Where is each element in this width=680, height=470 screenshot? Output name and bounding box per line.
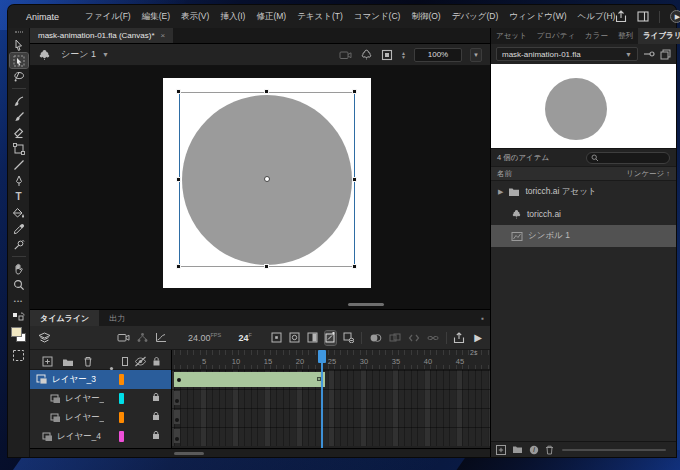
menu-debug[interactable]: デバッグ(D): [452, 11, 499, 23]
menu-commands[interactable]: コマンド(C): [354, 11, 401, 23]
zoom-spinner[interactable]: ▲▼: [401, 51, 406, 59]
center-frame-button[interactable]: [271, 331, 282, 345]
library-item-symbol[interactable]: シンボル 1: [491, 225, 676, 247]
camera-icon[interactable]: [339, 49, 352, 60]
transform-point[interactable]: [264, 176, 270, 182]
handle-top-right[interactable]: [352, 89, 357, 94]
paint-bucket-tool[interactable]: [10, 205, 28, 220]
menu-insert[interactable]: 挿入(I): [220, 11, 245, 23]
close-tab-icon[interactable]: ×: [161, 31, 166, 40]
asset-warp-tool[interactable]: [10, 237, 28, 252]
export-frame-icon[interactable]: [453, 332, 465, 344]
layers-stack-icon[interactable]: [38, 332, 51, 344]
menu-text[interactable]: テキスト(T): [297, 11, 343, 23]
text-tool[interactable]: T: [10, 189, 28, 204]
onion-outline-icon[interactable]: [389, 331, 401, 345]
color-wells[interactable]: [11, 327, 27, 343]
canvas[interactable]: [163, 78, 371, 288]
menu-modify[interactable]: 修正(M): [256, 11, 286, 23]
tab-color[interactable]: カラー: [580, 28, 613, 44]
camera-icon[interactable]: [117, 332, 130, 343]
outline-column-icon[interactable]: [121, 353, 129, 371]
playhead-line[interactable]: [321, 350, 323, 448]
layer-row[interactable]: レイヤー_: [30, 408, 171, 427]
library-hscrollbar[interactable]: [562, 449, 666, 451]
link-frames-icon[interactable]: [427, 331, 439, 345]
zoom-dropdown-chevron[interactable]: ▼: [470, 48, 482, 62]
onion-skin-button[interactable]: [307, 331, 318, 345]
workspace-icon[interactable]: [637, 11, 649, 22]
classic-brush-tool[interactable]: [10, 109, 28, 124]
anchor-markers-icon[interactable]: [408, 331, 420, 345]
library-search-input[interactable]: [602, 153, 665, 162]
frames-area[interactable]: 2s 5 10 15 20 25 30 35 40 45: [172, 350, 490, 448]
menu-edit[interactable]: 編集(E): [142, 11, 170, 23]
subselection-tool[interactable]: [10, 37, 28, 52]
tab-output[interactable]: 出力: [99, 310, 135, 326]
delete-layer-icon[interactable]: [83, 353, 93, 371]
expand-chevron-icon[interactable]: ▶: [498, 188, 503, 196]
stage[interactable]: [30, 66, 490, 309]
library-item-graphic[interactable]: toricch.ai: [491, 203, 676, 225]
menu-help[interactable]: ヘルプ(H): [578, 11, 616, 23]
swap-colors-icon[interactable]: [10, 309, 28, 324]
layer-color-swatch[interactable]: [119, 431, 124, 442]
selection-tool[interactable]: [10, 53, 28, 68]
handle-middle-left[interactable]: [176, 177, 181, 182]
loop-button[interactable]: [289, 331, 300, 345]
delete-item-icon[interactable]: [545, 445, 554, 455]
lock-column-icon[interactable]: [152, 353, 161, 371]
zoom-tool[interactable]: [10, 277, 28, 292]
tab-assets[interactable]: アセット: [491, 28, 532, 44]
menu-window[interactable]: ウィンドウ(W): [509, 11, 566, 23]
tab-properties[interactable]: プロパティ: [532, 28, 580, 44]
library-item-folder[interactable]: ▶ toricch.ai アセット: [491, 181, 676, 203]
menu-file[interactable]: ファイル(F): [85, 11, 131, 23]
tab-align[interactable]: 整列: [613, 28, 638, 44]
tween-span[interactable]: [174, 372, 325, 387]
quick-share-icon[interactable]: ▶: [670, 10, 680, 23]
add-layer-icon[interactable]: [42, 353, 53, 371]
handle-bottom-right[interactable]: [352, 264, 357, 269]
edit-multiple-frames-button[interactable]: [325, 331, 336, 345]
new-library-panel-icon[interactable]: [660, 49, 671, 60]
timeline-hscrollbar[interactable]: [30, 448, 490, 457]
zoom-level-field[interactable]: 100%: [414, 48, 462, 62]
keyframe-cell[interactable]: [174, 410, 180, 424]
layer-row[interactable]: レイヤー_: [30, 389, 171, 408]
parenting-view-icon[interactable]: [137, 332, 148, 343]
tab-library[interactable]: ライブラリ: [638, 28, 680, 44]
lock-icon[interactable]: [152, 411, 160, 423]
onion-skin-range-icon[interactable]: [369, 331, 382, 345]
playhead-head[interactable]: [318, 350, 326, 363]
handle-middle-right[interactable]: [352, 177, 357, 182]
frame-ruler[interactable]: 2s 5 10 15 20 25 30 35 40 45: [172, 350, 490, 370]
new-symbol-icon[interactable]: [496, 445, 506, 455]
play-button[interactable]: ▶: [474, 332, 482, 343]
menu-view[interactable]: 表示(V): [181, 11, 209, 23]
scrollbar-thumb[interactable]: [174, 452, 204, 455]
keyframe-cell[interactable]: [174, 429, 180, 443]
name-column-label[interactable]: 名前: [497, 169, 512, 179]
handle-top-center[interactable]: [264, 89, 269, 94]
remove-tween-button[interactable]: [343, 331, 354, 345]
menu-control[interactable]: 制御(O): [411, 11, 440, 23]
add-folder-icon[interactable]: [62, 353, 74, 371]
layer-color-swatch[interactable]: [119, 393, 124, 404]
scene-chevron-icon[interactable]: ▼: [102, 51, 109, 58]
eyedropper-tool[interactable]: [10, 221, 28, 236]
handle-bottom-left[interactable]: [176, 264, 181, 269]
layer-color-swatch[interactable]: [119, 374, 124, 385]
fps-display[interactable]: 24.00FPS: [188, 332, 221, 343]
handle-bottom-center[interactable]: [264, 264, 269, 269]
library-search[interactable]: [586, 152, 670, 164]
new-folder-icon[interactable]: [512, 445, 523, 454]
hide-column-icon[interactable]: [134, 353, 147, 371]
layer-row[interactable]: レイヤー_3: [30, 370, 171, 389]
keyframe-cell[interactable]: [174, 391, 180, 405]
eraser-tool[interactable]: [10, 125, 28, 140]
panel-menu-icon[interactable]: ▪: [481, 314, 484, 323]
dock-grip[interactable]: [15, 31, 23, 33]
layer-row[interactable]: レイヤー_4: [30, 427, 171, 446]
library-document-select[interactable]: mask-animation-01.fla ▼: [496, 47, 638, 61]
